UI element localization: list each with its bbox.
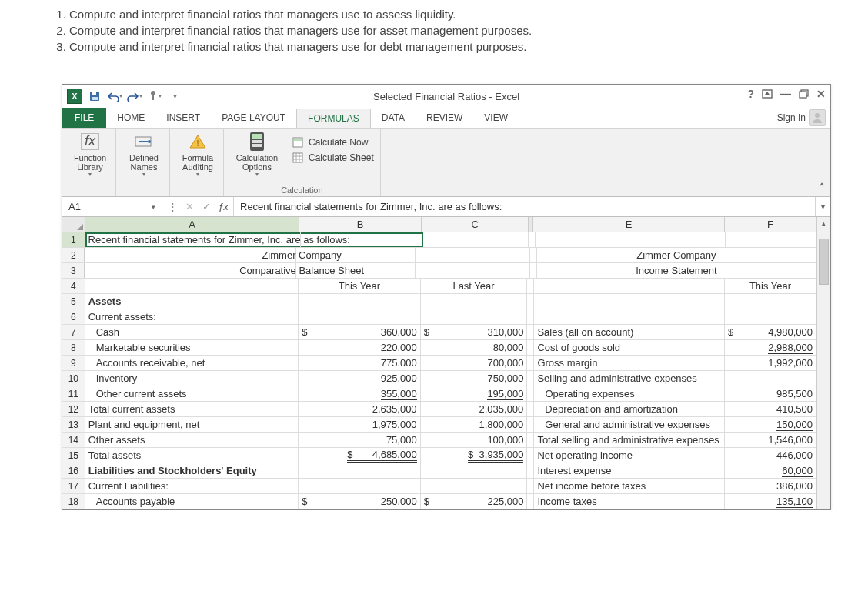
tab-home[interactable]: HOME (106, 108, 155, 128)
row-header[interactable]: 17 (62, 479, 85, 493)
avatar-icon (809, 109, 826, 126)
ribbon-tabs: FILE HOME INSERT PAGE LAYOUT FORMULAS DA… (62, 108, 830, 128)
row-header[interactable]: 14 (62, 433, 85, 447)
cancel-formula-button[interactable]: ✕ (182, 201, 196, 212)
col-header-E[interactable]: E (533, 217, 724, 232)
row-header[interactable]: 3 (62, 263, 85, 278)
excel-window: X ▾ ▾ ▾ ▾ Selected Financial Ratios - Ex… (62, 84, 831, 510)
tab-page-layout[interactable]: PAGE LAYOUT (211, 108, 296, 128)
quick-access-toolbar: X ▾ ▾ ▾ ▾ (62, 88, 184, 105)
calculate-sheet-icon (292, 152, 304, 164)
tab-insert[interactable]: INSERT (155, 108, 211, 128)
ribbon-group-label: Calculation (230, 184, 374, 195)
col-header-B[interactable]: B (299, 217, 422, 232)
svg-rect-21 (294, 139, 302, 141)
svg-point-9 (148, 140, 151, 143)
expand-formula-bar-button[interactable]: ▾ (815, 197, 830, 216)
excel-logo-icon: X (65, 88, 84, 105)
tab-data[interactable]: DATA (371, 108, 416, 128)
col-header-F[interactable]: F (725, 217, 816, 232)
tab-formulas[interactable]: FORMULAS (296, 109, 371, 129)
qat-customize-button[interactable]: ▾ (165, 88, 184, 105)
touch-mode-button[interactable]: ▾ (145, 88, 164, 105)
svg-rect-13 (252, 134, 262, 139)
row-header[interactable]: 1 (62, 232, 85, 247)
svg-text:!: ! (196, 139, 199, 148)
function-icon: fx (78, 132, 102, 152)
undo-button[interactable]: ▾ (105, 88, 124, 105)
svg-rect-2 (92, 97, 98, 100)
ribbon-display-options-button[interactable] (762, 89, 773, 99)
svg-rect-18 (255, 144, 259, 147)
svg-point-7 (815, 113, 820, 118)
formula-bar-menu-icon[interactable]: ⋮ (165, 201, 179, 212)
row-header[interactable]: 5 (62, 294, 85, 309)
row-header[interactable]: 4 (62, 279, 85, 293)
column-headers: A B C E F (62, 217, 816, 232)
calculator-icon (245, 132, 269, 152)
insert-function-button[interactable]: ƒx (216, 201, 230, 212)
row-header[interactable]: 11 (62, 386, 85, 401)
help-button[interactable]: ? (747, 88, 754, 100)
calculate-now-icon (292, 136, 304, 149)
row-header[interactable]: 7 (62, 325, 85, 339)
restore-button[interactable] (799, 89, 809, 99)
tab-view[interactable]: VIEW (473, 108, 519, 128)
select-all-button[interactable] (62, 217, 85, 232)
formula-auditing-icon: ! (186, 132, 209, 152)
titlebar: X ▾ ▾ ▾ ▾ Selected Financial Ratios - Ex… (62, 85, 830, 108)
defined-names-icon (132, 132, 155, 152)
svg-rect-16 (259, 140, 262, 143)
collapse-ribbon-button[interactable]: ˄ (820, 182, 824, 193)
calculation-options-button[interactable]: Calculation Options ▾ (230, 132, 284, 177)
calculate-now-button[interactable]: Calculate Now (292, 136, 374, 149)
minimize-button[interactable]: — (780, 88, 791, 100)
formula-bar: A1▾ ⋮ ✕ ✓ ƒx Recent financial statements… (62, 197, 830, 217)
redo-button[interactable]: ▾ (125, 88, 144, 105)
learning-item-1: Compute and interpret financial ratios t… (69, 8, 868, 21)
worksheet-grid[interactable]: 1 Recent financial statements for Zimmer… (62, 232, 816, 509)
svg-point-3 (151, 91, 155, 95)
defined-names-button[interactable]: Defined Names ▾ (122, 132, 165, 177)
row-header[interactable]: 15 (62, 448, 85, 463)
learning-objectives: Compute and interpret financial ratios t… (0, 0, 868, 53)
formula-input[interactable]: Recent financial statements for Zimmer, … (234, 197, 815, 216)
name-box[interactable]: A1▾ (62, 197, 162, 216)
svg-rect-19 (259, 144, 262, 147)
row-header[interactable]: 13 (62, 417, 85, 432)
row-header[interactable]: 16 (62, 463, 85, 478)
vertical-scrollbar[interactable]: ▴ (816, 217, 830, 509)
formula-auditing-button[interactable]: ! Formula Auditing ▾ (176, 132, 219, 177)
col-header-C[interactable]: C (422, 217, 529, 232)
svg-rect-6 (800, 92, 806, 98)
svg-rect-14 (252, 140, 255, 143)
svg-rect-15 (255, 140, 259, 143)
function-library-button[interactable]: fx Function Library ▾ (68, 132, 112, 177)
enter-formula-button[interactable]: ✓ (199, 201, 213, 212)
svg-rect-17 (252, 144, 255, 147)
row-header[interactable]: 8 (62, 340, 85, 355)
row-header[interactable]: 10 (62, 371, 85, 386)
tab-file[interactable]: FILE (62, 108, 106, 128)
save-button[interactable] (85, 88, 104, 105)
svg-rect-22 (293, 153, 302, 162)
row-header[interactable]: 12 (62, 402, 85, 416)
scroll-thumb[interactable] (819, 239, 829, 285)
svg-rect-1 (92, 92, 96, 95)
sign-in-button[interactable]: Sign In (777, 109, 826, 126)
learning-item-3: Compute and interpret financial ratios t… (69, 40, 868, 53)
chevron-down-icon: ▾ (152, 203, 155, 211)
row-header[interactable]: 6 (62, 309, 85, 324)
row-header[interactable]: 2 (62, 248, 85, 262)
row-header[interactable]: 9 (62, 356, 85, 370)
tab-review[interactable]: REVIEW (416, 108, 473, 128)
ribbon: fx Function Library ▾ Defined Names ▾ ! … (62, 128, 830, 197)
row-header[interactable]: 18 (62, 494, 85, 509)
calculate-sheet-button[interactable]: Calculate Sheet (292, 152, 374, 164)
learning-item-2: Compute and interpret financial ratios t… (69, 24, 868, 37)
scroll-up-button[interactable]: ▴ (817, 217, 830, 229)
close-button[interactable]: ✕ (816, 88, 826, 100)
col-header-A[interactable]: A (85, 217, 299, 232)
